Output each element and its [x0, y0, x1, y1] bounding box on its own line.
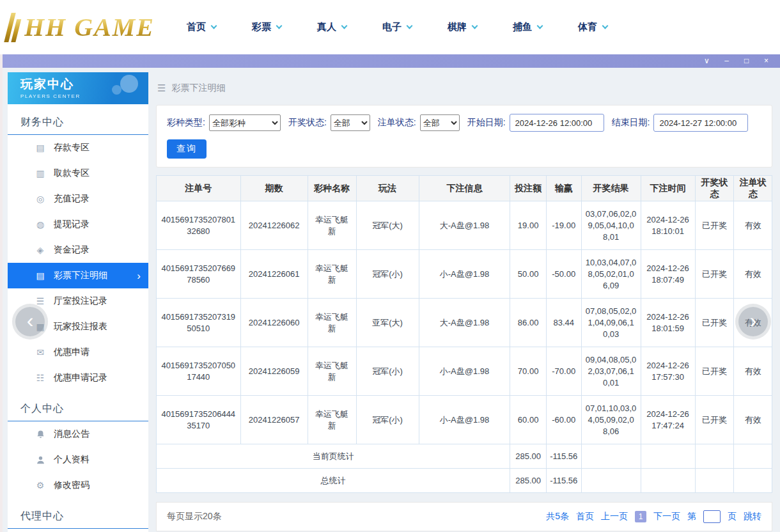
summary-win-loss: -115.56: [546, 444, 581, 469]
column-header: 开奖状态: [695, 176, 734, 201]
sidebar-item-label: 玩家投注报表: [54, 321, 107, 332]
nav-item-live[interactable]: 真人: [317, 21, 347, 33]
bet-detail-table-wrap: 注单号期数彩种名称玩法下注信息投注额输赢开奖结果下注时间开奖状态注单状态 401…: [156, 175, 772, 493]
chevron-down-icon: [276, 23, 283, 29]
cell-bet-info: 大-A盘@1.98: [419, 201, 510, 250]
cell-bet-time: 2024-12-2617:47:24: [641, 396, 695, 444]
draw-status-select[interactable]: 全部: [331, 114, 370, 131]
sidebar-section-finance: 财务中心: [8, 104, 148, 135]
main-content: ☰ 彩票下注明细 彩种类型: 全部彩种 开奖状态: 全部: [148, 68, 780, 532]
nav-item-home[interactable]: 首页: [187, 21, 216, 33]
cell-bet-amount: 70.00: [510, 347, 547, 396]
nav-item-electronic[interactable]: 电子: [382, 21, 412, 33]
maximize-icon[interactable]: □: [737, 54, 756, 68]
sidebar-item-profile[interactable]: 个人资料: [8, 447, 148, 473]
sidebar-item-label: 优惠申请: [54, 347, 90, 358]
prev-page-link[interactable]: 上一页: [601, 511, 628, 522]
draw-status-label: 开奖状态:: [288, 117, 327, 129]
recharge-record-icon: ◎: [35, 194, 46, 203]
close-icon[interactable]: ×: [756, 54, 776, 68]
nav-item-label: 首页: [187, 21, 206, 33]
chevron-down-icon: [537, 23, 543, 29]
minimize-icon[interactable]: –: [717, 54, 737, 68]
summary-empty-cell: [581, 469, 641, 493]
pagination: 每页显示20条 共5条 首页 上一页 1 下一页 第 页 跳转: [156, 502, 772, 531]
sidebar-item-withdraw-zone[interactable]: ▥取款专区: [8, 160, 148, 186]
logo[interactable]: HH GAME: [8, 12, 155, 42]
total-count-text: 共5条: [546, 511, 569, 522]
current-page-button[interactable]: 1: [635, 511, 646, 522]
sidebar-item-label: 存款专区: [54, 142, 90, 153]
sidebar-item-promo-application-records[interactable]: ☷优惠申请记录: [8, 365, 148, 391]
sidebar-item-promo-application[interactable]: ✉优惠申请: [8, 340, 148, 365]
promo-icon: ✉: [35, 348, 46, 357]
lottery-type-select[interactable]: 全部彩种: [209, 114, 281, 131]
carousel-left-arrow[interactable]: ‹: [15, 307, 45, 336]
sidebar-item-deposit-zone[interactable]: ▤存款专区: [8, 135, 148, 160]
order-status-select[interactable]: 全部: [420, 114, 460, 131]
sidebar: 玩家中心 PLAYERS CENTER 财务中心▤存款专区▥取款专区◎充值记录◍…: [8, 72, 148, 532]
cell-bet-time: 2024-12-2618:07:49: [641, 250, 695, 299]
column-header: 下注信息: [419, 176, 510, 201]
jump-button[interactable]: 跳转: [744, 511, 761, 522]
nav-item-label: 棋牌: [448, 21, 467, 33]
sidebar-item-announcements[interactable]: 消息公告: [8, 421, 148, 447]
summary-row: 总统计285.00-115.56: [157, 469, 772, 493]
sidebar-item-recharge-records[interactable]: ◎充值记录: [8, 186, 148, 212]
cell-win-loss: -70.00: [546, 347, 581, 396]
summary-label: 总统计: [157, 469, 510, 493]
nav-item-sports[interactable]: 体育: [578, 21, 607, 33]
summary-empty-cell: [581, 444, 641, 469]
logo-icon: [4, 13, 22, 42]
table-body: 40156917352078013268020241226062幸运飞艇新冠军(…: [157, 201, 772, 493]
bet-detail-table: 注单号期数彩种名称玩法下注信息投注额输赢开奖结果下注时间开奖状态注单状态 401…: [156, 175, 772, 493]
query-button[interactable]: 查询: [167, 139, 207, 159]
cell-draw-status: 已开奖: [695, 396, 734, 444]
cell-draw-status: 已开奖: [695, 347, 734, 396]
nav-item-fishing[interactable]: 捕鱼: [513, 21, 542, 33]
first-page-link[interactable]: 首页: [576, 511, 594, 522]
person-icon: [35, 455, 46, 465]
column-header: 玩法: [356, 176, 419, 201]
nav-item-chess[interactable]: 棋牌: [448, 21, 477, 33]
order-status-label: 注单状态:: [378, 117, 416, 129]
cell-bet-amount: 50.00: [510, 250, 547, 299]
cell-bet-info: 大-A盘@1.98: [419, 299, 510, 347]
next-page-link[interactable]: 下一页: [653, 511, 680, 522]
sidebar-item-lottery-bet-details[interactable]: ▤彩票下注明细›: [8, 263, 148, 288]
sidebar-item-label: 提现记录: [54, 219, 90, 230]
cell-draw-result: 03,07,06,02,09,05,04,10,08,01: [581, 201, 641, 250]
summary-empty-cell: [641, 469, 695, 493]
start-date-input[interactable]: [510, 114, 604, 132]
cell-period: 20241226060: [240, 299, 308, 347]
chevron-down-icon: [602, 23, 609, 29]
list-icon: ▤: [35, 271, 46, 280]
window-chevron-icon[interactable]: ∨: [697, 54, 717, 68]
carousel-right-arrow[interactable]: ›: [738, 307, 768, 336]
cell-draw-status: 已开奖: [695, 299, 734, 347]
cell-draw-result: 10,03,04,07,08,05,02,01,06,09: [581, 250, 641, 299]
nav-item-label: 体育: [578, 21, 597, 33]
sidebar-item-change-password[interactable]: ⚙修改密码: [8, 473, 148, 498]
hall-record-icon: ☰: [35, 297, 46, 306]
table-row: 40156917352076697856020241226061幸运飞艇新冠军(…: [157, 250, 772, 299]
summary-empty-cell: [641, 444, 695, 469]
cell-play: 亚军(大): [356, 299, 419, 347]
menu-icon[interactable]: ☰: [157, 82, 166, 94]
sidebar-item-withdrawal-records[interactable]: ◍提现记录: [8, 212, 148, 237]
page-jump-input[interactable]: [703, 510, 721, 523]
end-date-input[interactable]: [653, 114, 748, 132]
chevron-right-icon: ›: [137, 270, 141, 281]
summary-label: 当前页统计: [157, 444, 510, 469]
nav-item-lottery[interactable]: 彩票: [252, 21, 281, 33]
window-titlebar: ∨–□×: [3, 54, 780, 68]
nav-item-label: 电子: [382, 21, 402, 33]
sidebar-item-funds-records[interactable]: ◈资金记录: [8, 237, 148, 263]
sidebar-item-label: 消息公告: [54, 428, 90, 440]
cell-play: 冠军(小): [356, 396, 419, 444]
funds-record-icon: ◈: [35, 246, 46, 254]
decor-circle: [120, 75, 138, 93]
cell-draw-status: 已开奖: [695, 201, 734, 250]
sidebar-header: 玩家中心 PLAYERS CENTER: [8, 72, 148, 104]
sidebar-item-label: 个人资料: [54, 454, 90, 465]
